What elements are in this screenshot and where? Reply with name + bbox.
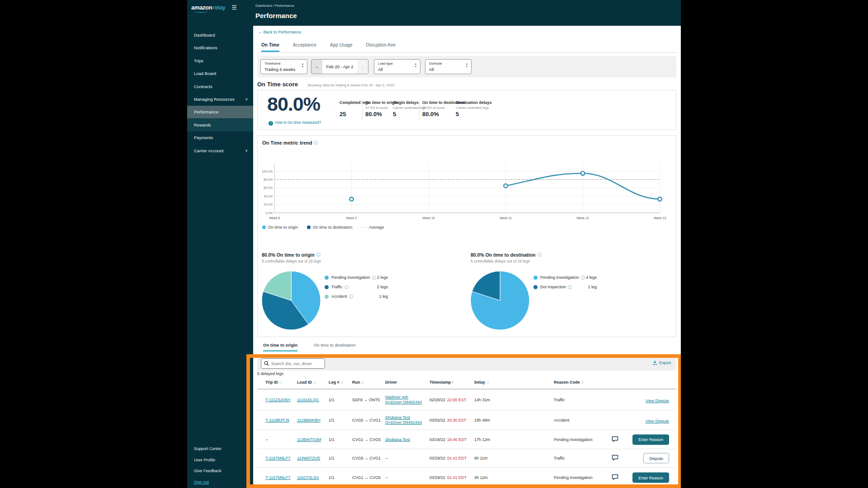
pie-legend-pending-investigation: Pending investigationi — [533, 274, 585, 281]
driver-link[interactable]: Shobana Test — [385, 437, 410, 442]
load-id-link[interactable]: 113BW7Q2M — [297, 437, 321, 442]
leg-number: 1/1 — [329, 437, 335, 442]
info-icon[interactable]: i — [349, 295, 353, 299]
search-box[interactable] — [261, 358, 325, 369]
sidebar-item-rewards[interactable]: Rewards — [187, 119, 253, 131]
sort-icon: ↓↑ — [313, 380, 316, 385]
load-id-link[interactable]: 11161DLQC — [297, 398, 319, 402]
trip-id-link[interactable]: T-1119B3TJ9 — [265, 418, 289, 422]
sidebar-item-give-feedback[interactable]: Give Feedback — [187, 465, 253, 476]
enter-reason-button[interactable]: Enter Reason — [632, 473, 669, 483]
load-id-link[interactable]: 1119BWKBH — [297, 418, 321, 422]
load-type-select[interactable]: Load type All ▲▼ — [374, 59, 420, 74]
driver-link[interactable]: Shobana Test — [385, 415, 422, 420]
column-header-timestamp[interactable]: Timestamp↑ — [429, 380, 453, 385]
tab-app-usage[interactable]: App Usage — [330, 42, 352, 52]
driver-cell[interactable]: Nadriver qshQADriver D9462444 — [385, 395, 422, 405]
back-to-performance-link[interactable]: ← Back to Performance — [258, 30, 302, 34]
view-dispute-link[interactable]: View Dispute — [646, 419, 669, 423]
svg-text:Week 8: Week 8 — [269, 216, 280, 220]
column-header-driver[interactable]: Driver — [385, 380, 397, 385]
driver-cell[interactable]: Shobana Test — [385, 437, 410, 442]
timestamp-date: 03/02/22 — [429, 418, 445, 422]
driver-link[interactable]: Nadriver qsh — [385, 395, 422, 400]
driver-link[interactable]: QADriver D9462444 — [385, 400, 422, 405]
sidebar-item-load-board[interactable]: Load Board — [187, 67, 253, 80]
trip-id-link[interactable]: T-1157M9LF7 — [265, 475, 290, 480]
chat-bubble-icon[interactable] — [612, 436, 618, 444]
timestamp-cell: 03/02/2220:30 EST — [429, 418, 467, 422]
info-icon[interactable]: i — [568, 285, 572, 289]
table-tab-on-time-to-destination[interactable]: On time to destination — [314, 343, 355, 352]
timestamp-cell: 03/29/2201:41 EDT — [429, 456, 467, 460]
table-tabs: On time to originOn time to destination — [263, 343, 355, 352]
stat-on-time-to-origin: On time to origin37.5% of score80.0% — [365, 100, 397, 117]
score-card: 80.0% ?How is On time measured? Complete… — [257, 90, 676, 130]
sidebar-item-payments[interactable]: Payments — [187, 131, 253, 144]
sidebar-item-carrier-account[interactable]: Carrier Account∨ — [187, 145, 253, 157]
column-header-delay[interactable]: Delay↓↑ — [474, 380, 489, 385]
sidebar-item-dashboard[interactable]: Dashboard — [187, 29, 253, 42]
legend-value: 2 legs — [370, 275, 388, 280]
trip-id-link: -- — [265, 437, 268, 442]
hamburger-menu-icon[interactable]: ☰ — [231, 4, 237, 11]
driver-cell[interactable]: Shobana TestQADriver D9462444 — [385, 415, 422, 425]
column-header-run[interactable]: Run↓↑ — [352, 380, 364, 385]
sidebar-item-user-profile[interactable]: User Profile — [187, 455, 253, 465]
tab-acceptance[interactable]: Acceptance — [293, 42, 316, 52]
domicile-select[interactable]: Domicile All ▲▼ — [425, 59, 472, 74]
load-id-link[interactable]: 114W6TZVD — [297, 456, 320, 460]
amazon-relay-logo[interactable]: amazonrelay — [191, 4, 225, 11]
breadcrumb[interactable]: Dashboard / Performance — [255, 4, 294, 8]
tab-disruption-free[interactable]: Disruption-free — [366, 42, 396, 52]
sidebar-item-managing-resources[interactable]: Managing Resources∨ — [187, 93, 253, 106]
sidebar-item-notifications[interactable]: Notifications — [187, 42, 253, 54]
chat-bubble-icon[interactable] — [612, 454, 618, 462]
search-input[interactable] — [271, 361, 321, 366]
timestamp-cell: 03/29/2201:41 EDT — [429, 475, 467, 480]
action-cell: Enter Reason — [632, 434, 669, 445]
timestamp-time: 01:41 EDT — [447, 475, 467, 480]
tab-on-time[interactable]: On Time — [261, 42, 279, 52]
sidebar-item-trips[interactable]: Trips — [187, 55, 253, 67]
column-header-load-id[interactable]: Load ID↓↑ — [297, 380, 316, 385]
stat-label: On time to origin — [365, 100, 397, 105]
app-window: amazonrelay ☰ DashboardNotificationsTrip… — [187, 0, 681, 488]
sidebar-item-sign-out[interactable]: Sign out — [187, 477, 253, 488]
spinner-icon: ▲▼ — [466, 63, 468, 68]
view-dispute-link[interactable]: View Dispute — [646, 399, 669, 403]
column-header-reason-code[interactable]: Reason Code↓↑ — [554, 380, 584, 385]
chat-bubble-icon[interactable] — [612, 474, 618, 482]
spinner-icon: ▲▼ — [415, 63, 417, 68]
trip-id-link[interactable]: T-111Z3JQ5H — [265, 398, 290, 402]
timeframe-select[interactable]: Timeframe Trailing 6 weeks ▲▼ — [260, 59, 307, 74]
pie-subtitle-0: 5 controllable delays out of 25 legs — [262, 259, 321, 263]
info-icon[interactable]: i — [538, 253, 542, 257]
prev-date-arrow[interactable]: ‹ — [311, 60, 322, 74]
how-measured-link[interactable]: ?How is On time measured? — [269, 120, 321, 126]
next-date-arrow[interactable]: › — [357, 60, 368, 74]
timestamp-time: 01:41 EDT — [447, 456, 467, 460]
sidebar-item-contracts[interactable]: Contracts — [187, 80, 253, 93]
enter-reason-button[interactable]: Enter Reason — [632, 434, 669, 445]
column-header-leg--[interactable]: Leg #↓↑ — [329, 380, 343, 385]
info-icon[interactable]: i — [314, 141, 318, 145]
date-range-picker[interactable]: ‹ Feb 20 - Apr 2 › — [311, 59, 368, 74]
dispute-button[interactable]: Dispute — [643, 453, 669, 464]
export-button[interactable]: Export — [652, 360, 671, 365]
info-icon[interactable]: i — [316, 253, 321, 257]
svg-text:0.0%: 0.0% — [265, 211, 273, 215]
legend-value: 2 legs — [370, 285, 388, 289]
info-icon[interactable]: i — [344, 285, 349, 289]
amazon-smile-icon — [194, 10, 208, 13]
sidebar-item-performance[interactable]: Performance — [187, 106, 253, 118]
leg-number: 1/1 — [329, 475, 335, 480]
load-id-link[interactable]: 116CF5LSX — [297, 475, 319, 480]
sidebar-item-support-center[interactable]: Support Center — [187, 443, 253, 454]
sort-asc-icon: ↑ — [452, 380, 453, 385]
driver-link[interactable]: QADriver D9462444 — [385, 420, 422, 425]
table-tab-on-time-to-origin[interactable]: On time to origin — [263, 343, 297, 352]
pie-title-1: 80.0% On time to destinationi — [471, 252, 542, 258]
column-header-trip-id[interactable]: Trip ID↓↑ — [265, 380, 282, 385]
trip-id-link[interactable]: T-1157M9LF7 — [265, 456, 290, 460]
